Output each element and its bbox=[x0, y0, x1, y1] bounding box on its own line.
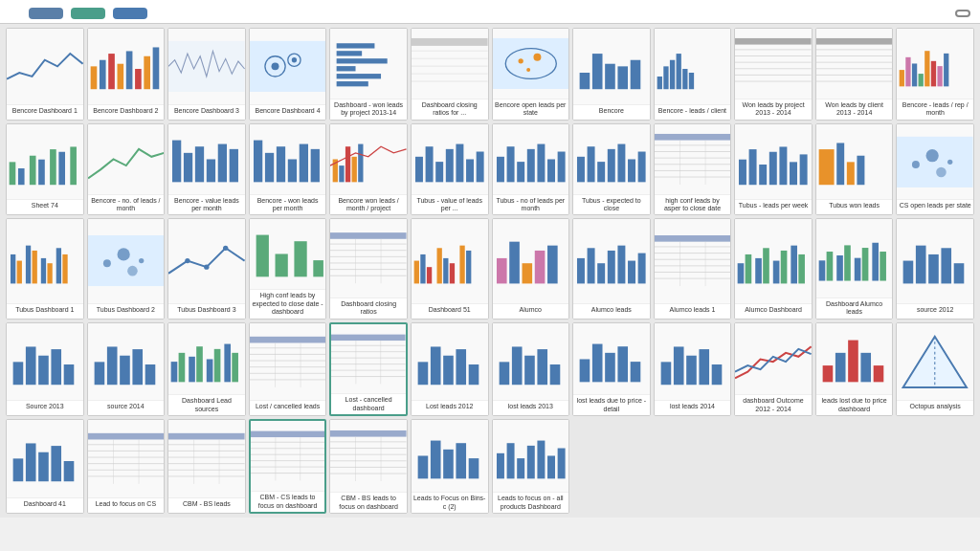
dashboard-preview-21 bbox=[655, 124, 731, 194]
svg-rect-221 bbox=[132, 349, 143, 385]
vendor-dashboards-button[interactable] bbox=[29, 8, 63, 19]
dashboard-item-38[interactable]: source 2014 bbox=[87, 322, 166, 417]
dashboard-item-26[interactable]: Tubus Dashboard 2 bbox=[87, 218, 166, 319]
svg-rect-269 bbox=[822, 365, 833, 382]
dashboard-item-10[interactable]: Won leads by project 2013 - 2014 bbox=[734, 28, 813, 121]
dashboard-preview-4 bbox=[250, 29, 326, 104]
svg-rect-176 bbox=[577, 258, 585, 284]
dashboard-label-34: Alumco Dashboard bbox=[735, 303, 812, 319]
svg-rect-207 bbox=[880, 252, 886, 281]
dashboard-item-34[interactable]: Alumco Dashboard bbox=[734, 218, 813, 319]
svg-rect-59 bbox=[919, 74, 924, 86]
dashboard-item-9[interactable]: Bencore - leads / client bbox=[654, 28, 732, 121]
dashboard-item-25[interactable]: Tubus Dashboard 1 bbox=[6, 218, 84, 319]
dashboard-item-31[interactable]: Alumco bbox=[492, 218, 570, 319]
dashboard-item-15[interactable]: Bencore - value leads per month bbox=[167, 123, 246, 216]
svg-rect-267 bbox=[699, 349, 709, 385]
dashboard-label-1: Bencore Dashboard 1 bbox=[7, 104, 83, 120]
dashboard-item-42[interactable]: Lost leads 2012 bbox=[411, 322, 489, 417]
dashboard-item-22[interactable]: Tubus - leads per week bbox=[734, 123, 813, 216]
svg-rect-107 bbox=[628, 159, 635, 182]
dashboard-item-2[interactable]: Bencore Dashboard 2 bbox=[87, 28, 166, 121]
dashboard-label-19: Tubus - no of leads per month bbox=[493, 194, 569, 215]
svg-point-148 bbox=[204, 265, 209, 270]
dashboard-item-24[interactable]: CS open leads per state bbox=[896, 123, 974, 216]
dashboard-item-14[interactable]: Bencore - no. of leads / month bbox=[87, 123, 166, 216]
dashboard-item-17[interactable]: Bencore won leads / month / project bbox=[329, 123, 408, 216]
dashboard-item-32[interactable]: Alumco leads bbox=[572, 218, 651, 319]
dashboard-item-11[interactable]: Won leads by client 2013 - 2014 bbox=[815, 28, 894, 121]
svg-rect-125 bbox=[818, 149, 834, 185]
activities-dashboards-button[interactable] bbox=[113, 8, 147, 19]
dashboard-item-45[interactable]: lost leads 2014 bbox=[654, 322, 732, 417]
dashboard-item-41[interactable]: Lost - cancelled dashboard bbox=[329, 322, 408, 417]
dashboard-label-52: CBM - CS leads to focus on dashboard bbox=[251, 491, 325, 512]
dashboard-preview-15 bbox=[168, 124, 245, 194]
svg-rect-193 bbox=[746, 254, 752, 284]
dashboard-item-52[interactable]: CBM - CS leads to focus on dashboard bbox=[249, 419, 327, 514]
company-dashboards-button[interactable] bbox=[71, 8, 105, 19]
svg-rect-34 bbox=[617, 66, 628, 89]
svg-rect-181 bbox=[628, 261, 635, 284]
dashboard-item-8[interactable]: Bencore bbox=[572, 28, 651, 121]
dashboard-preview-38 bbox=[88, 323, 165, 401]
dashboard-item-7[interactable]: Bencore open leads per state bbox=[492, 28, 570, 121]
dashboard-item-6[interactable]: Dashboard closing ratios for ... bbox=[411, 28, 489, 121]
svg-rect-129 bbox=[897, 137, 973, 187]
dashboard-item-33[interactable]: Alumco leads 1 bbox=[654, 218, 732, 319]
dashboard-item-21[interactable]: high conf leads by asper to close date bbox=[654, 123, 732, 216]
dashboard-item-36[interactable]: source 2012 bbox=[896, 218, 974, 319]
svg-rect-9 bbox=[250, 41, 326, 92]
dashboard-label-29: Dashboard closing ratios bbox=[330, 298, 407, 319]
dashboard-label-18: Tubus - value of leads per ... bbox=[412, 194, 488, 215]
dashboard-preview-2 bbox=[88, 29, 165, 104]
dashboard-item-40[interactable]: Lost / cancelled leads bbox=[249, 322, 327, 417]
dashboard-item-13[interactable]: Sheet 74 bbox=[6, 123, 84, 216]
dashboard-item-18[interactable]: Tubus - value of leads per ... bbox=[411, 123, 489, 216]
dashboard-item-3[interactable]: Bencore Dashboard 3 bbox=[167, 28, 246, 121]
dashboard-item-5[interactable]: Dashboard - won leads by project 2013-14 bbox=[329, 28, 408, 121]
dashboard-label-32: Alumco leads bbox=[573, 303, 650, 319]
svg-rect-68 bbox=[50, 149, 56, 185]
dashboard-item-47[interactable]: leads lost due to price dashboard bbox=[815, 322, 894, 417]
dashboard-item-12[interactable]: Bencore - leads / rep / month bbox=[896, 28, 974, 121]
dashboard-item-54[interactable]: Leads to Focus on Bins-c (2) bbox=[411, 419, 489, 514]
dashboard-item-4[interactable]: Bencore Dashboard 4 bbox=[249, 28, 327, 121]
svg-rect-230 bbox=[232, 352, 238, 382]
dashboard-item-29[interactable]: Dashboard closing ratios bbox=[329, 218, 408, 319]
dashboard-item-35[interactable]: Dashboard Alumco leads bbox=[815, 218, 894, 319]
svg-rect-102 bbox=[577, 157, 585, 183]
dashboard-item-23[interactable]: Tubus won leads bbox=[815, 123, 894, 216]
dashboard-item-49[interactable]: Dashboard 41 bbox=[6, 419, 84, 514]
dashboard-item-46[interactable]: dashboard Outcome 2012 - 2014 bbox=[734, 322, 813, 417]
dashboard-item-53[interactable]: CBM - BS leads to focus on dashboard bbox=[329, 419, 408, 514]
svg-rect-137 bbox=[33, 251, 37, 283]
dashboard-item-43[interactable]: lost leads 2013 bbox=[492, 322, 570, 417]
logo bbox=[955, 10, 970, 17]
dashboard-item-50[interactable]: Lead to focus on CS bbox=[87, 419, 166, 514]
svg-rect-96 bbox=[506, 146, 514, 182]
svg-rect-254 bbox=[499, 362, 509, 385]
svg-rect-197 bbox=[781, 251, 788, 283]
dashboard-item-37[interactable]: Source 2013 bbox=[6, 322, 84, 417]
dashboard-item-16[interactable]: Bencore - won leads per month bbox=[249, 123, 327, 216]
dashboard-item-27[interactable]: Tubus Dashboard 3 bbox=[167, 218, 246, 319]
dashboard-item-48[interactable]: Octopus analysis bbox=[896, 322, 974, 417]
svg-rect-217 bbox=[64, 364, 75, 385]
dashboard-preview-44 bbox=[573, 323, 650, 395]
dashboard-item-28[interactable]: High conf leads by expected to close dat… bbox=[249, 218, 327, 319]
dashboard-item-1[interactable]: Bencore Dashboard 1 bbox=[6, 28, 84, 121]
svg-rect-214 bbox=[26, 346, 36, 385]
dashboard-item-19[interactable]: Tubus - no of leads per month bbox=[492, 123, 570, 216]
svg-rect-95 bbox=[496, 157, 503, 183]
dashboard-item-51[interactable]: CBM - BS leads bbox=[167, 419, 246, 514]
svg-rect-19 bbox=[337, 81, 368, 86]
svg-rect-123 bbox=[790, 162, 797, 185]
svg-rect-261 bbox=[605, 352, 615, 382]
dashboard-item-39[interactable]: Dashboard Lead sources bbox=[167, 322, 246, 417]
svg-rect-15 bbox=[337, 51, 363, 55]
dashboard-item-30[interactable]: Dashboard 51 bbox=[411, 218, 489, 319]
dashboard-item-55[interactable]: Leads to focus on - all products Dashboa… bbox=[492, 419, 570, 514]
dashboard-item-20[interactable]: Tubus - expected to close bbox=[572, 123, 651, 216]
dashboard-item-44[interactable]: lost leads due to price - detail bbox=[572, 322, 651, 417]
